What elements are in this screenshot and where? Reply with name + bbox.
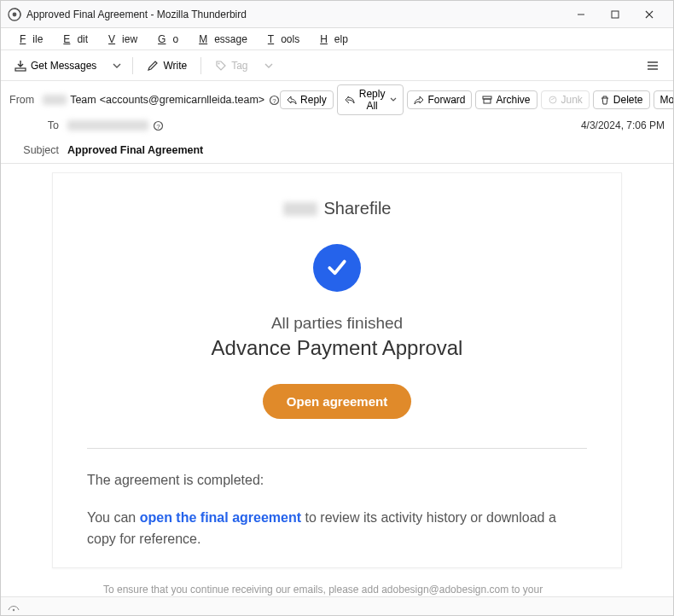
subject-row: Subject Approved Final Agreement xyxy=(1,139,673,164)
write-button[interactable]: Write xyxy=(140,56,194,75)
reply-button[interactable]: Reply xyxy=(280,90,334,109)
tag-label: Tag xyxy=(231,60,247,72)
app-icon xyxy=(8,8,21,21)
trash-icon xyxy=(600,96,610,105)
separator xyxy=(132,57,133,74)
subject-label: Subject xyxy=(9,144,59,156)
checkmark-icon xyxy=(313,244,361,292)
separator xyxy=(200,57,201,74)
open-final-agreement-link[interactable]: open the final agreement xyxy=(140,510,301,525)
brand-header: Sharefile xyxy=(87,199,587,218)
open-agreement-button[interactable]: Open agreement xyxy=(263,384,411,419)
presence-icon: ? xyxy=(152,119,164,131)
statusbar xyxy=(1,596,673,615)
archive-icon xyxy=(482,96,492,104)
get-messages-dropdown[interactable] xyxy=(108,61,125,70)
tag-button[interactable]: Tag xyxy=(208,56,254,75)
window-title: Approved Final Agreement - Mozilla Thund… xyxy=(26,9,564,20)
write-label: Write xyxy=(163,60,187,72)
reply-all-icon xyxy=(344,96,356,104)
maximize-button[interactable] xyxy=(598,3,632,26)
to-label: To xyxy=(9,119,59,131)
tag-dropdown[interactable] xyxy=(260,61,277,70)
message-date: 4/3/2024, 7:06 PM xyxy=(581,119,665,131)
svg-text:?: ? xyxy=(156,122,160,130)
svg-text:?: ? xyxy=(272,96,276,104)
tag-icon xyxy=(215,60,227,72)
svg-rect-14 xyxy=(484,99,491,103)
forward-icon xyxy=(414,96,424,104)
minimize-button[interactable] xyxy=(564,3,598,26)
svg-rect-3 xyxy=(612,11,619,18)
svg-point-7 xyxy=(218,62,220,64)
menu-file[interactable]: File xyxy=(6,31,49,48)
forward-button[interactable]: Forward xyxy=(407,90,472,109)
svg-point-18 xyxy=(13,608,15,610)
download-icon xyxy=(15,60,26,72)
connection-icon xyxy=(8,601,20,612)
menubar: File Edit View Go Message Tools Help xyxy=(1,28,673,50)
get-messages-label: Get Messages xyxy=(31,60,96,72)
pencil-icon xyxy=(147,60,159,72)
junk-button[interactable]: Junk xyxy=(541,90,590,109)
reply-all-button[interactable]: Reply All xyxy=(337,84,404,115)
message-actions: Reply Reply All Forward Archive Junk Del… xyxy=(280,84,674,115)
more-button[interactable]: More xyxy=(654,90,674,109)
get-messages-button[interactable]: Get Messages xyxy=(8,56,103,75)
svg-point-15 xyxy=(549,96,556,103)
window-titlebar: Approved Final Agreement - Mozilla Thund… xyxy=(1,1,673,28)
archive-button[interactable]: Archive xyxy=(475,90,537,109)
status-line-1: All parties finished xyxy=(87,314,587,333)
from-value[interactable]: Team <accounts@gremicarnlleida.team> ? xyxy=(43,94,280,106)
svg-point-1 xyxy=(13,12,17,16)
email-content-card: Sharefile All parties finished Advance P… xyxy=(52,172,622,568)
review-text: You can open the final agreement to revi… xyxy=(87,507,587,550)
reply-icon xyxy=(287,96,297,104)
menu-edit[interactable]: Edit xyxy=(49,31,95,48)
menu-message[interactable]: Message xyxy=(185,31,254,48)
presence-icon: ? xyxy=(268,94,280,106)
menu-view[interactable]: View xyxy=(95,31,144,48)
message-body: Sharefile All parties finished Advance P… xyxy=(1,164,673,616)
close-button[interactable] xyxy=(632,3,666,26)
divider xyxy=(87,448,587,449)
junk-icon xyxy=(548,96,558,104)
from-label: From xyxy=(9,94,34,106)
menu-tools[interactable]: Tools xyxy=(254,31,306,48)
delete-button[interactable]: Delete xyxy=(593,90,650,109)
subject-value: Approved Final Agreement xyxy=(67,144,203,156)
to-value[interactable]: ? xyxy=(67,119,164,131)
menu-go[interactable]: Go xyxy=(144,31,185,48)
status-line-2: Advance Payment Approval xyxy=(87,336,587,360)
svg-rect-6 xyxy=(15,68,26,71)
hamburger-menu[interactable] xyxy=(639,56,666,75)
chevron-down-icon xyxy=(390,96,397,103)
completed-text: The agreement is completed: xyxy=(87,469,587,491)
message-header: From Team <accounts@gremicarnlleida.team… xyxy=(1,81,673,139)
toolbar: Get Messages Write Tag xyxy=(1,50,673,81)
menu-help[interactable]: Help xyxy=(306,31,355,48)
